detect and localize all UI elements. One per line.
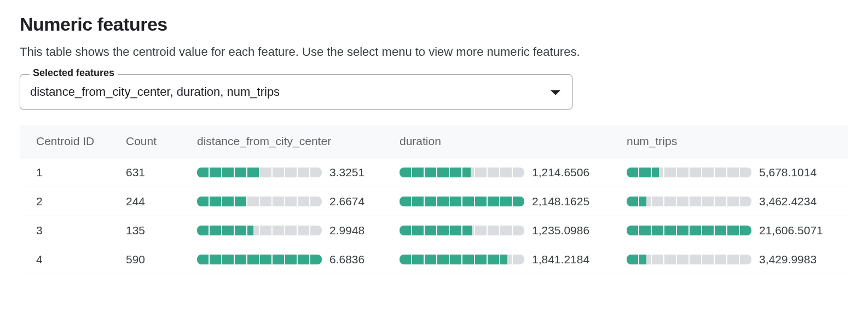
cell-count: 135 [118,216,189,245]
feature-value: 21,606.5071 [759,224,823,237]
col-centroid-id: Centroid ID [20,125,118,158]
cell-centroid-id: 2 [20,187,118,216]
feature-value: 3.3251 [329,166,384,179]
feature-value: 3,429.9983 [759,253,817,266]
table-header-row: Centroid ID Count distance_from_city_cen… [20,125,848,158]
select-label: Selected features [30,67,118,79]
cell-count: 631 [118,158,189,187]
col-feature-3: num_trips [619,125,848,158]
table-row: 16313.32511,214.65065,678.1014 [20,158,848,187]
bar-indicator [400,255,524,264]
table-row: 45906.68361,841.21843,429.9983 [20,245,848,274]
col-feature-1: distance_from_city_center [189,125,392,158]
cell-count: 244 [118,187,189,216]
bar-indicator [627,226,751,235]
feature-value: 2.6674 [329,195,384,208]
feature-value: 1,841.2184 [532,253,589,266]
col-count: Count [118,125,189,158]
bar-indicator [197,197,322,206]
feature-value: 2,148.1625 [532,195,589,208]
bar-indicator [197,226,322,235]
bar-indicator [400,197,524,206]
bar-indicator [627,197,751,206]
feature-value: 1,235.0986 [532,224,589,237]
section-description: This table shows the centroid value for … [20,45,848,59]
cell-centroid-id: 3 [20,216,118,245]
feature-value: 1,214.6506 [532,166,589,179]
bar-indicator [627,255,751,264]
col-feature-2: duration [392,125,619,158]
feature-value: 2.9948 [329,224,384,237]
bar-indicator [197,168,322,177]
bar-indicator [400,168,524,177]
cell-centroid-id: 1 [20,158,118,187]
section-title: Numeric features [20,14,848,35]
feature-value: 3,462.4234 [759,195,817,208]
bar-indicator [627,168,751,177]
cell-count: 590 [118,245,189,274]
table-row: 22442.66742,148.16253,462.4234 [20,187,848,216]
centroid-table: Centroid ID Count distance_from_city_cen… [20,125,848,274]
bar-indicator [197,255,322,264]
chevron-down-icon [551,90,560,95]
feature-value: 5,678.1014 [759,166,817,179]
selected-features-select[interactable]: Selected features distance_from_city_cen… [20,74,572,109]
feature-value: 6.6836 [329,253,384,266]
cell-centroid-id: 4 [20,245,118,274]
bar-indicator [400,226,524,235]
select-value: distance_from_city_center, duration, num… [30,85,280,99]
table-row: 31352.99481,235.098621,606.5071 [20,216,848,245]
